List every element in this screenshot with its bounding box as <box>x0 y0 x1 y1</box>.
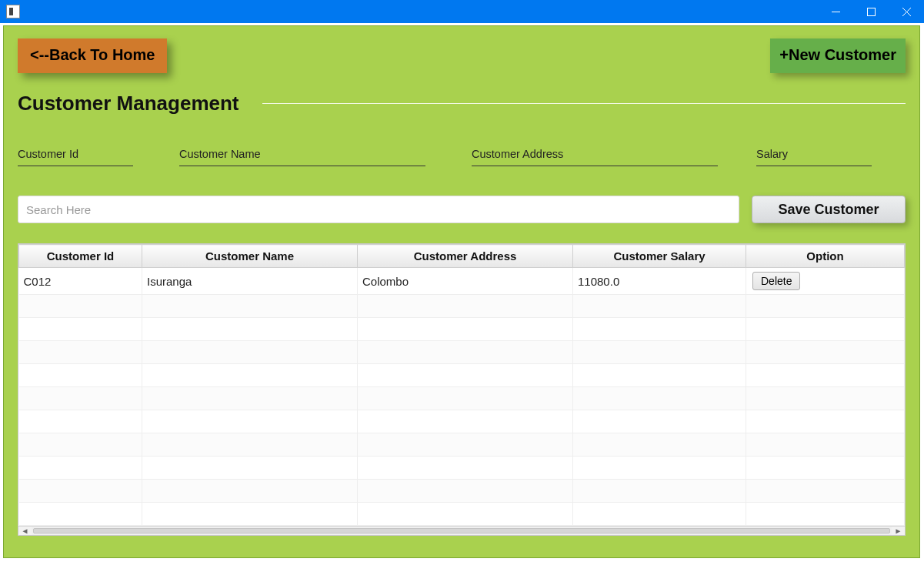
customers-table-container: Customer Id Customer Name Customer Addre… <box>18 243 906 536</box>
scroll-right-arrow-icon[interactable]: ► <box>892 527 905 535</box>
title-bar <box>0 0 924 23</box>
customers-table: Customer Id Customer Name Customer Addre… <box>18 244 905 526</box>
maximize-icon <box>867 8 876 16</box>
table-row <box>19 433 905 457</box>
window-maximize-button[interactable] <box>853 0 889 23</box>
customer-address-label: Customer Address <box>472 148 756 165</box>
minimize-icon <box>832 8 840 16</box>
cell-id: C012 <box>19 268 142 295</box>
save-customer-button[interactable]: Save Customer <box>752 196 906 223</box>
window-close-button[interactable] <box>889 0 924 23</box>
col-header-id[interactable]: Customer Id <box>19 245 142 268</box>
heading-rule <box>262 103 906 104</box>
delete-button[interactable]: Delete <box>752 272 800 290</box>
app-icon <box>6 5 20 18</box>
salary-input[interactable] <box>756 165 872 166</box>
svg-rect-1 <box>867 8 875 15</box>
table-row <box>19 364 905 387</box>
page-title: Customer Management <box>18 92 247 115</box>
customer-id-input[interactable] <box>18 165 133 166</box>
table-row <box>19 387 905 410</box>
content-area: <--Back To Home +New Customer Customer M… <box>3 25 920 558</box>
customer-id-label: Customer Id <box>18 148 179 165</box>
back-to-home-button[interactable]: <--Back To Home <box>18 38 167 73</box>
table-row <box>19 480 905 503</box>
cell-addr: Colombo <box>358 268 573 295</box>
close-icon <box>902 8 911 16</box>
scroll-thumb[interactable] <box>33 528 890 534</box>
col-header-name[interactable]: Customer Name <box>142 245 358 268</box>
col-header-opt[interactable]: Option <box>746 245 905 268</box>
salary-label: Salary <box>756 148 887 165</box>
cell-name: Isuranga <box>142 268 358 295</box>
table-row <box>19 341 905 364</box>
scroll-track[interactable] <box>32 527 892 535</box>
col-header-sal[interactable]: Customer Salary <box>573 245 746 268</box>
cell-option: Delete <box>746 268 905 295</box>
table-row <box>19 410 905 433</box>
new-customer-button[interactable]: +New Customer <box>770 38 906 73</box>
cell-sal: 11080.0 <box>573 268 746 295</box>
table-row <box>19 503 905 526</box>
customer-address-input[interactable] <box>472 165 718 166</box>
customer-name-label: Customer Name <box>179 148 472 165</box>
window-minimize-button[interactable] <box>818 0 853 23</box>
table-row <box>19 295 905 318</box>
customer-name-input[interactable] <box>179 165 425 166</box>
scroll-left-arrow-icon[interactable]: ◄ <box>18 527 32 535</box>
search-input[interactable] <box>18 196 739 223</box>
table-row[interactable]: C012IsurangaColombo11080.0Delete <box>19 268 905 295</box>
table-row <box>19 318 905 341</box>
table-row <box>19 457 905 480</box>
col-header-addr[interactable]: Customer Address <box>358 245 573 268</box>
table-horizontal-scrollbar[interactable]: ◄ ► <box>18 526 905 535</box>
